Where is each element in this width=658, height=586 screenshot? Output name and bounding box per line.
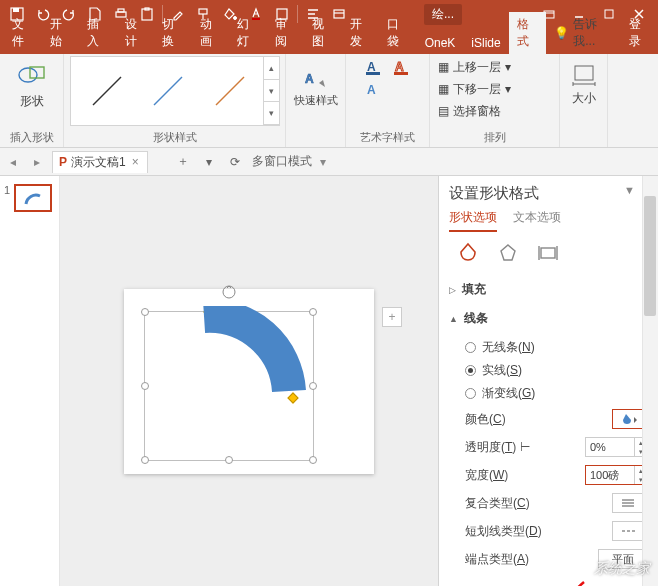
size-button[interactable]: 大小 (561, 56, 607, 112)
doc-menu-button[interactable]: ▾ (200, 153, 218, 171)
close-doc-button[interactable]: × (130, 155, 141, 169)
tab-slideshow[interactable]: 幻灯 (229, 12, 267, 54)
panel-title: 设置形状格式 (449, 184, 648, 203)
workspace: 1 + (0, 176, 658, 586)
tab-login[interactable]: 登录 (621, 12, 658, 54)
tab-insert[interactable]: 插入 (79, 12, 117, 54)
quick-styles-button[interactable]: A 快速样式 (293, 56, 339, 112)
multiwindow-label[interactable]: 多窗口模式 (252, 153, 312, 170)
svg-point-25 (223, 286, 235, 298)
slide-canvas[interactable]: + (60, 176, 438, 586)
width-input[interactable]: ▴▾ (585, 465, 648, 485)
dash-label: 短划线类型(D) (465, 523, 542, 540)
svg-text:A: A (367, 83, 376, 97)
resize-handle[interactable] (141, 456, 149, 464)
tab-design[interactable]: 设计 (117, 12, 155, 54)
resize-handle[interactable] (225, 456, 233, 464)
tab-transitions[interactable]: 切换 (154, 12, 192, 54)
tab-review[interactable]: 审阅 (267, 12, 305, 54)
group-label: 艺术字样式 (352, 130, 423, 147)
tab-view[interactable]: 视图 (304, 12, 342, 54)
line-section-header[interactable]: ▲线条 (449, 307, 648, 330)
ribbon-group-wordart: A A A 艺术字样式 (346, 54, 430, 147)
ribbon-group-insert-shape: 形状 插入形状 (0, 54, 64, 147)
effects-icon[interactable] (497, 242, 519, 264)
solid-line-radio[interactable]: 实线(S) (465, 359, 648, 382)
shapes-gallery-button[interactable]: 形状 (9, 56, 55, 112)
tab-home[interactable]: 开始 (42, 12, 80, 54)
tab-onekey[interactable]: OneK (417, 32, 464, 54)
cap-label: 端点类型(A) (465, 551, 529, 568)
panel-options-button[interactable]: ▼ (624, 184, 635, 197)
fill-line-icon[interactable] (457, 242, 479, 264)
refresh-button[interactable]: ⟳ (226, 153, 244, 171)
gallery-scroll[interactable]: ▴▾▾ (263, 57, 279, 125)
resize-handle[interactable] (309, 456, 317, 464)
compound-label: 复合类型(C) (465, 495, 530, 512)
width-label: 宽度(W) (465, 467, 508, 484)
add-placeholder-button[interactable]: + (382, 307, 402, 327)
tab-pocket[interactable]: 口袋 (379, 12, 417, 54)
ribbon-group-arrange: ▦上移一层▾ ▦下移一层▾ ▤选择窗格 排列 (430, 54, 560, 147)
gradient-line-radio[interactable]: 渐变线(G) (465, 382, 648, 405)
size-props-icon[interactable] (537, 242, 559, 264)
tab-format[interactable]: 格式 (509, 12, 547, 54)
powerpoint-icon: P (59, 155, 67, 169)
svg-line-17 (216, 77, 244, 105)
color-label: 颜色(C) (465, 411, 506, 428)
text-options-tab[interactable]: 文本选项 (513, 209, 561, 232)
arc-shape[interactable] (189, 306, 309, 406)
text-outline-button[interactable]: A (389, 56, 415, 78)
size-label: 大小 (572, 90, 596, 107)
selection-pane-icon: ▤ (438, 104, 449, 118)
doc-prev-button[interactable]: ◂ (4, 153, 22, 171)
svg-point-13 (19, 68, 37, 82)
ribbon-tabs: 文件 开始 插入 设计 切换 动画 幻灯 审阅 视图 开发 口袋 OneK iS… (0, 28, 658, 54)
svg-line-15 (93, 77, 121, 105)
tab-file[interactable]: 文件 (4, 12, 42, 54)
text-fill-button[interactable]: A (361, 56, 387, 78)
transparency-label: 透明度(T) ⊢ (465, 439, 530, 456)
shape-style-gallery[interactable]: ▴▾▾ (70, 56, 280, 126)
tab-developer[interactable]: 开发 (342, 12, 380, 54)
no-line-radio[interactable]: 无线条(N) (465, 336, 648, 359)
window-title: 绘... (424, 4, 462, 25)
bulb-icon: 💡 (554, 26, 569, 40)
group-label: 插入形状 (6, 130, 57, 147)
slide-thumbnails: 1 (0, 176, 60, 586)
svg-rect-24 (575, 66, 593, 80)
fill-section-header[interactable]: ▷填充 (449, 278, 648, 301)
document-tab[interactable]: P 演示文稿1 × (52, 151, 148, 173)
bring-forward-button[interactable]: ▦上移一层▾ (436, 56, 553, 78)
tell-me[interactable]: 💡告诉我... (546, 12, 620, 54)
rotate-handle[interactable] (221, 284, 237, 300)
bring-forward-icon: ▦ (438, 60, 449, 74)
shape-selection[interactable] (144, 311, 314, 461)
send-backward-button[interactable]: ▦下移一层▾ (436, 78, 553, 100)
selection-pane-button[interactable]: ▤选择窗格 (436, 100, 553, 122)
svg-text:A: A (367, 60, 376, 74)
resize-handle[interactable] (141, 308, 149, 316)
slide-thumbnail-1[interactable] (14, 184, 52, 212)
cap-type-combo[interactable]: 平面 (598, 549, 648, 569)
quick-styles-label: 快速样式 (294, 93, 338, 108)
resize-handle[interactable] (309, 382, 317, 390)
tab-animations[interactable]: 动画 (192, 12, 230, 54)
ribbon-group-quick-styles: A 快速样式 (286, 54, 346, 147)
svg-text:A: A (395, 60, 404, 74)
tab-islide[interactable]: iSlide (463, 32, 508, 54)
resize-handle[interactable] (309, 308, 317, 316)
ribbon-group-size: 大小 (560, 54, 608, 147)
svg-rect-27 (541, 248, 555, 258)
transparency-input[interactable]: ▴▾ (585, 437, 648, 457)
group-label: 排列 (436, 130, 553, 147)
panel-scrollbar[interactable] (642, 176, 658, 586)
new-doc-button[interactable]: ＋ (174, 153, 192, 171)
svg-rect-22 (394, 72, 408, 75)
shapes-label: 形状 (20, 93, 44, 110)
shape-options-tab[interactable]: 形状选项 (449, 209, 497, 232)
resize-handle[interactable] (141, 382, 149, 390)
slide: + (124, 289, 374, 474)
doc-next-button[interactable]: ▸ (28, 153, 46, 171)
text-effects-button[interactable]: A (361, 78, 387, 100)
